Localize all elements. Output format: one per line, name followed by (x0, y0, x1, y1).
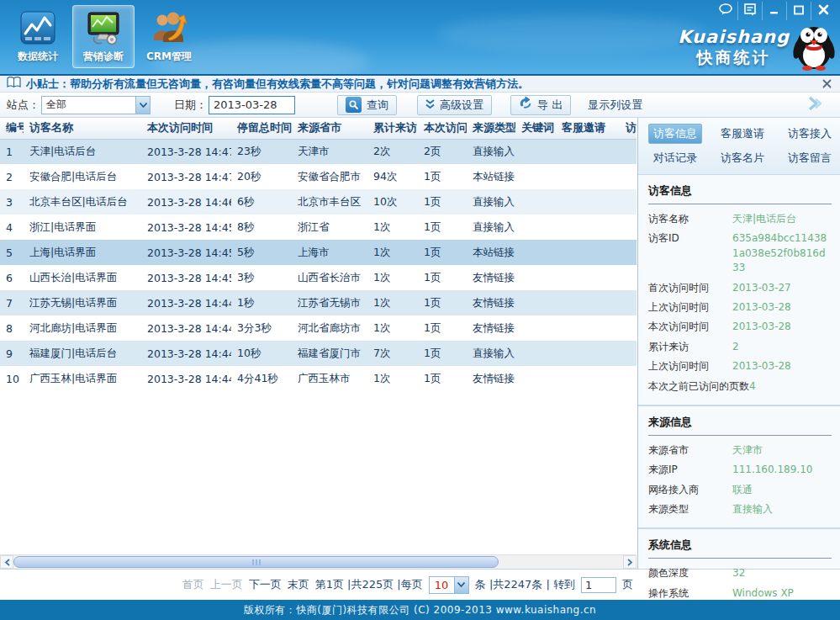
col-header-source-region[interactable]: 来源省市 (292, 118, 367, 139)
scroll-left-button[interactable] (0, 555, 13, 569)
chat-button[interactable] (713, 2, 737, 20)
goto-page-input[interactable] (581, 577, 616, 593)
close-button[interactable] (811, 2, 835, 20)
cell-keyword (515, 315, 556, 341)
table-row[interactable]: 3 北京丰台区|电话后台 2013-3-28 14:46:57 6秒 北京市丰台… (0, 189, 637, 215)
table-row[interactable]: 5 上海|电话界面 2013-3-28 14:45:18 5秒 上海市 1次 1… (0, 240, 637, 265)
toolbar-label: 数据统计 (8, 50, 68, 64)
date-input[interactable] (209, 96, 295, 114)
cell-invite (556, 139, 620, 164)
chat-bubble-icon (718, 3, 733, 19)
table-row[interactable]: 9 福建厦门|电话后台 2013-3-28 14:44:32 10秒 福建省厦门… (0, 341, 637, 366)
field-value: 2013-03-27 (732, 281, 795, 295)
column-settings-link[interactable]: 显示列设置 (588, 98, 642, 113)
table-row[interactable]: 6 山西长治|电话界面 2013-3-28 14:45:15 3秒 山西省长治市… (0, 265, 637, 290)
toolbar-item-data-stats[interactable]: 数据统计 (7, 5, 69, 68)
book-icon (7, 76, 21, 92)
tab-visitor-card[interactable]: 访客名片 (716, 148, 769, 168)
visitor-detail-panel: 访客信息 客服邀请 访客接入 对话记录 访客名片 访客留言 访客信息 访客名称天… (637, 118, 840, 569)
toolbar-label: 营销诊断 (73, 50, 134, 64)
cell-stay: 3分3秒 (231, 315, 292, 341)
col-header-keyword[interactable]: 关键词 (515, 118, 556, 139)
cell-no: 7 (0, 290, 24, 315)
cell-invite (556, 215, 620, 240)
cell-extra (620, 265, 637, 290)
cell-time: 2013-3-28 14:45:18 (141, 240, 231, 265)
cell-keyword (515, 240, 556, 265)
first-page-link[interactable]: 首页 (182, 577, 204, 592)
table-row[interactable]: 2 安徽合肥|电话后台 2013-3-28 14:47:09 20秒 安徽省合肥… (0, 164, 637, 189)
tab-visitor-message[interactable]: 访客留言 (783, 148, 837, 168)
cell-no: 9 (0, 341, 24, 366)
cell-source: 上海市 (292, 240, 367, 265)
tab-chat-record[interactable]: 对话记录 (648, 148, 702, 168)
col-header-pages-this-visit[interactable]: 本次访问 (418, 118, 467, 139)
table-row[interactable]: 7 江苏无锡|电话界面 2013-3-28 14:44:40 1秒 江苏省无锡市… (0, 290, 637, 315)
cell-source: 安徽省合肥市 (292, 164, 367, 189)
advanced-settings-button[interactable]: 高级设置 (417, 95, 492, 115)
table-row[interactable]: 8 河北廊坊|电话界面 2013-3-28 14:44:38 3分3秒 河北省廊… (0, 315, 637, 341)
cell-extra (620, 215, 637, 240)
cell-type: 本站链接 (467, 164, 515, 189)
field-value: 2013-03-28 (732, 300, 795, 315)
col-header-stay-duration[interactable]: 停留总时间 (231, 118, 292, 139)
field-row: 网络接入商联通 (648, 480, 835, 500)
minimize-button[interactable] (762, 2, 786, 20)
col-header-total-visits[interactable]: 累计来访 (367, 118, 418, 139)
field-row: 来源省市天津市 (648, 441, 835, 460)
cell-stay: 1秒 (231, 290, 292, 315)
maximize-button[interactable] (786, 2, 811, 20)
col-header-cs-invite[interactable]: 客服邀请 (556, 118, 620, 139)
cell-extra (620, 290, 637, 315)
cell-name: 福建厦门|电话后台 (24, 341, 141, 366)
tab-visitor-info[interactable]: 访客信息 (648, 124, 702, 144)
site-label: 站点： (7, 98, 40, 113)
cell-keyword (515, 341, 556, 366)
toolbar-item-marketing-diagnosis[interactable]: 营销诊断 (72, 5, 135, 68)
cell-time: 2013-3-28 14:45:31 (141, 215, 231, 240)
col-header-source-type[interactable]: 来源类型 (467, 118, 515, 139)
scroll-right-button[interactable] (623, 555, 637, 569)
tip-close-icon[interactable] (821, 77, 833, 90)
cell-invite (556, 341, 620, 366)
cell-name: 北京丰台区|电话后台 (24, 189, 141, 215)
double-chevron-right-icon[interactable] (806, 96, 825, 114)
tab-visitor-access[interactable]: 访客接入 (783, 124, 837, 144)
cell-source: 广西玉林市 (292, 366, 367, 391)
col-header-no[interactable]: 编号 (0, 118, 24, 139)
cell-name: 河北廊坊|电话界面 (24, 315, 141, 341)
cell-pages: 1页 (418, 215, 467, 240)
prev-page-link[interactable]: 上一页 (210, 577, 243, 592)
notes-button[interactable] (737, 2, 762, 20)
cell-visits: 1次 (367, 265, 418, 290)
export-arrow-icon (519, 97, 532, 113)
scrollbar-grip (252, 559, 261, 565)
site-select[interactable]: 全部 (41, 96, 151, 114)
field-row: 访客名称天津|电话后台 (648, 209, 835, 229)
tab-cs-invite[interactable]: 客服邀请 (716, 124, 769, 144)
cell-time: 2013-3-28 14:47:09 (141, 164, 231, 189)
query-button[interactable]: 查询 (337, 95, 397, 115)
page-unit-text: 页 (622, 577, 633, 592)
cell-name: 浙江|电话界面 (24, 215, 141, 240)
table-row[interactable]: 4 浙江|电话界面 2013-3-28 14:45:31 8秒 浙江省 1次 1… (0, 215, 637, 240)
last-page-link[interactable]: 末页 (288, 577, 309, 592)
per-page-select[interactable]: 10 (429, 576, 469, 594)
col-header-visitor-name[interactable]: 访客名称 (24, 118, 141, 139)
field-row: 首次访问时间2013-03-27 (648, 278, 835, 298)
toolbar-item-crm[interactable]: CRM管理 (138, 5, 200, 68)
table-row[interactable]: 10 广西玉林|电话界面 2013-3-28 14:44:21 4分41秒 广西… (0, 366, 637, 391)
col-header-visit-time[interactable]: 本次访问时间 (141, 118, 231, 139)
chart-icon (8, 8, 68, 47)
scrollbar-thumb[interactable] (13, 556, 499, 568)
col-header-truncated[interactable]: 访 (620, 118, 637, 139)
cell-visits: 7次 (367, 341, 418, 366)
cell-time: 2013-3-28 14:44:40 (141, 290, 231, 315)
export-button[interactable]: 导 出 (510, 95, 571, 115)
field-label: 来源类型 (648, 502, 732, 517)
close-icon (817, 3, 830, 19)
table-row[interactable]: 1 天津|电话后台 2013-3-28 14:47:12 23秒 天津市 2次 … (0, 139, 637, 164)
scrollbar-track[interactable] (499, 555, 623, 569)
cell-invite (556, 164, 620, 189)
next-page-link[interactable]: 下一页 (249, 577, 282, 592)
